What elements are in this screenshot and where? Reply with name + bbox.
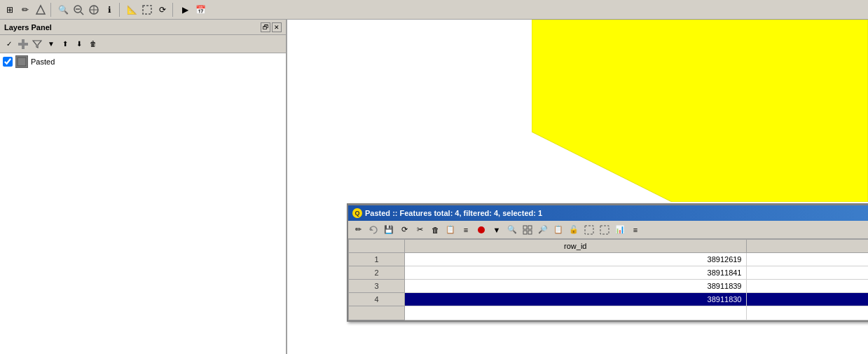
attr-refresh-btn[interactable]: ⟳ xyxy=(397,223,411,237)
svg-marker-11 xyxy=(532,20,868,202)
toolbar-icon-identify[interactable]: ℹ xyxy=(102,3,116,17)
empty-acres xyxy=(746,306,868,320)
svg-rect-14 xyxy=(523,226,527,229)
toolbar-icon-pan[interactable] xyxy=(87,3,101,17)
attr-filter-red-btn[interactable] xyxy=(474,223,488,237)
svg-rect-9 xyxy=(22,39,25,49)
attr-menu-btn[interactable]: ≡ xyxy=(628,223,642,237)
toolbar-sep-3 xyxy=(172,3,175,17)
dialog-title: Q Pasted :: Features total: 4, filtered:… xyxy=(352,208,542,218)
top-toolbar: ⊞ ✏ 🔍 ℹ 📐 ⟳ ▶ 📅 xyxy=(0,0,868,20)
panel-controls: 🗗 ✕ xyxy=(261,22,282,32)
layer-item-pasted[interactable]: Pasted xyxy=(0,53,286,70)
layer-checkbox-pasted[interactable] xyxy=(3,57,13,67)
col-header-rownum xyxy=(349,240,405,253)
attr-zoom-btn[interactable]: 🔎 xyxy=(536,223,550,237)
row-3-acres: 0.12 xyxy=(746,280,868,293)
attr-chart-btn[interactable]: 📊 xyxy=(613,223,627,237)
yellow-polygon xyxy=(532,20,868,202)
table-row-selected[interactable]: 4 38911830 0.04 xyxy=(349,293,869,306)
table-row[interactable]: 1 38912619 1.64 xyxy=(349,253,869,266)
toolbar-sep-2 xyxy=(119,3,122,17)
toolbar-icon-measure[interactable]: 📐 xyxy=(125,3,139,17)
toolbar-icon-digitize[interactable] xyxy=(34,3,48,17)
attr-remove-btn[interactable]: 🗑 xyxy=(428,223,442,237)
row-num-1: 1 xyxy=(349,253,405,266)
dialog-title-text: Pasted :: Features total: 4, filtered: 4… xyxy=(365,209,542,217)
svg-line-2 xyxy=(81,12,83,15)
layers-content: Pasted xyxy=(0,53,286,354)
table-header-row: row_id acres xyxy=(349,240,869,253)
col-header-row-id[interactable]: row_id xyxy=(405,240,747,253)
attr-grid-btn[interactable] xyxy=(521,223,535,237)
attr-save-btn[interactable]: 💾 xyxy=(382,223,396,237)
row-4-row-id: 38911830 xyxy=(405,293,747,306)
empty-row-num xyxy=(349,306,405,320)
svg-marker-0 xyxy=(36,6,45,14)
toolbar-icon-rotate[interactable]: ⟳ xyxy=(156,3,170,17)
table-row[interactable]: 2 38911841 0.03 xyxy=(349,266,869,280)
layers-move-down[interactable]: ⬇ xyxy=(73,38,85,50)
svg-rect-10 xyxy=(18,57,26,66)
layers-remove[interactable]: 🗑 xyxy=(87,38,99,50)
attr-select-btn[interactable] xyxy=(582,223,596,237)
main-layout: Layers Panel 🗗 ✕ ✓ ▼ ⬆ ⬇ 🗑 xyxy=(0,20,868,354)
row-1-row-id: 38912619 xyxy=(405,253,747,266)
layers-toolbar: ✓ ▼ ⬆ ⬇ 🗑 xyxy=(0,35,286,53)
row-num-4: 4 xyxy=(349,293,405,306)
dialog-titlebar: Q Pasted :: Features total: 4, filtered:… xyxy=(348,205,868,221)
table-row[interactable]: 3 38911839 0.12 xyxy=(349,280,869,293)
empty-row-id xyxy=(405,306,747,320)
svg-rect-7 xyxy=(143,6,151,14)
row-2-row-id: 38911841 xyxy=(405,266,747,280)
attr-copy2-btn[interactable]: 📋 xyxy=(551,223,565,237)
attr-select2-btn[interactable] xyxy=(598,223,612,237)
layer-name-pasted: Pasted xyxy=(31,57,55,66)
toolbar-icon-zoom-out[interactable] xyxy=(71,3,85,17)
layers-check-all[interactable]: ✓ xyxy=(3,38,15,50)
dialog-toolbar: ✏ 💾 ⟳ ✂ 🗑 📋 ≡ ▼ 🔍 🔎 📋 xyxy=(348,221,868,239)
svg-point-13 xyxy=(478,226,485,233)
layers-panel: Layers Panel 🗗 ✕ ✓ ▼ ⬆ ⬇ 🗑 xyxy=(0,20,287,354)
toolbar-icon-select2[interactable] xyxy=(140,3,154,17)
attr-columns-btn[interactable]: ≡ xyxy=(459,223,473,237)
map-area: Q Pasted :: Features total: 4, filtered:… xyxy=(287,20,868,354)
svg-rect-16 xyxy=(523,231,527,234)
layers-panel-minimize[interactable]: 🗗 xyxy=(261,22,270,32)
attr-table: row_id acres 1 38912619 1.64 2 38911841 xyxy=(348,239,868,320)
attr-lock-btn[interactable]: 🔓 xyxy=(567,223,581,237)
attr-dialog: Q Pasted :: Features total: 4, filtered:… xyxy=(347,203,868,322)
layers-panel-header: Layers Panel 🗗 ✕ xyxy=(0,20,286,35)
toolbar-icon-edit[interactable]: ✏ xyxy=(18,3,32,17)
row-num-3: 3 xyxy=(349,280,405,293)
attr-filter-dropdown-btn[interactable]: ▼ xyxy=(490,223,504,237)
attr-edit-btn[interactable]: ✏ xyxy=(351,223,365,237)
attr-search-btn[interactable]: 🔍 xyxy=(505,223,519,237)
layers-filter[interactable] xyxy=(31,38,43,50)
row-1-acres: 1.64 xyxy=(746,253,868,266)
row-2-acres: 0.03 xyxy=(746,266,868,280)
layers-add[interactable] xyxy=(17,38,29,50)
layers-move-up[interactable]: ⬆ xyxy=(59,38,71,50)
svg-rect-18 xyxy=(585,226,593,234)
svg-marker-12 xyxy=(370,227,373,231)
toolbar-icon-play[interactable]: ▶ xyxy=(178,3,192,17)
toolbar-icon-select[interactable]: ⊞ xyxy=(3,3,17,17)
attr-delete-btn[interactable]: ✂ xyxy=(413,223,427,237)
toolbar-sep-1 xyxy=(50,3,53,17)
attr-copy-btn[interactable]: 📋 xyxy=(443,223,457,237)
toolbar-icon-zoom-in[interactable]: 🔍 xyxy=(56,3,70,17)
attr-undo-btn[interactable] xyxy=(366,223,380,237)
row-3-row-id: 38911839 xyxy=(405,280,747,293)
layers-panel-close[interactable]: ✕ xyxy=(272,22,282,32)
svg-rect-17 xyxy=(528,231,532,234)
layers-dropdown[interactable]: ▼ xyxy=(45,38,57,50)
toolbar-icon-calendar[interactable]: 📅 xyxy=(193,3,207,17)
attr-table-wrapper: row_id acres 1 38912619 1.64 2 38911841 xyxy=(348,239,868,320)
row-num-2: 2 xyxy=(349,266,405,280)
table-empty-row xyxy=(349,306,869,320)
layers-panel-title: Layers Panel xyxy=(4,23,52,32)
col-header-acres[interactable]: acres xyxy=(746,240,868,253)
dialog-title-icon: Q xyxy=(352,208,362,218)
svg-rect-19 xyxy=(600,226,609,234)
